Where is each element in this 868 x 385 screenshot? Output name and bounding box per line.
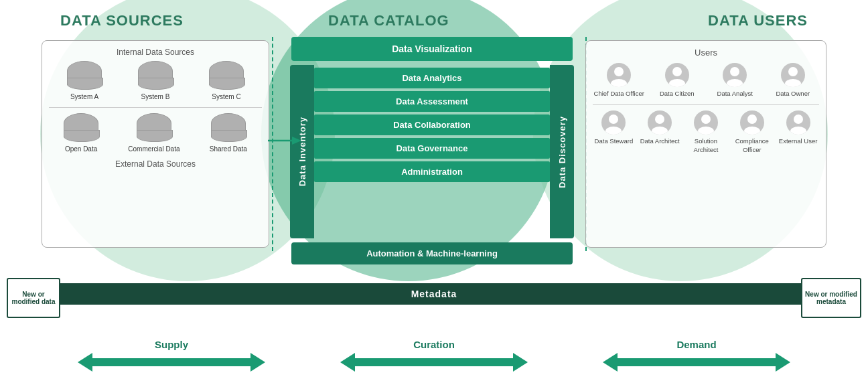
avatar-cdo <box>607 63 631 87</box>
demand-arrow-container: Demand <box>603 339 790 372</box>
catalog-item-analytics: Data Analytics <box>314 68 550 88</box>
avatar-ds <box>601 110 626 135</box>
system-a-label: System A <box>70 93 98 100</box>
catalog-box: Data Visualization Data Inventory Data D… <box>291 37 573 264</box>
system-b-label: System B <box>141 93 170 100</box>
commercial-data-label: Commercial Data <box>128 145 179 153</box>
shared-data: Shared Data <box>210 113 247 153</box>
user-data-analyst: Data Analyst <box>709 63 762 98</box>
users-divider <box>593 104 819 105</box>
discovery-text: Data Discovery <box>557 116 567 188</box>
system-c-label: System C <box>212 93 240 100</box>
demand-head-right <box>776 353 790 372</box>
curation-arrow-container: Curation <box>340 339 528 372</box>
supply-head-left <box>78 353 92 372</box>
user-name-da: Data Analyst <box>717 90 753 98</box>
user-name-cdo: Chief Data Officer <box>594 90 644 98</box>
cylinder-shared <box>211 113 246 137</box>
internal-systems-row: System A System B System C <box>49 61 262 100</box>
cylinder-b <box>138 61 173 85</box>
user-external-user: External User <box>777 110 819 154</box>
users-title: Users <box>593 48 819 58</box>
catalog-item-assessment: Data Assessment <box>314 91 550 112</box>
system-b: System B <box>138 61 173 100</box>
catalog-bottom-item: Automation & Machine-learning <box>291 242 573 264</box>
catalog-item-collaboration: Data Collaboration <box>314 114 550 135</box>
users-box: Users Chief Data Officer Data Citizen Da… <box>585 40 826 248</box>
inventory-text: Data Inventory <box>297 117 307 186</box>
user-data-citizen: Data Citizen <box>651 63 704 98</box>
cylinder-c <box>209 61 244 85</box>
supply-head-right <box>250 353 265 372</box>
cylinder-commercial <box>137 113 171 137</box>
open-data-label: Open Data <box>65 145 97 153</box>
arrows-row: Supply Curation Demand <box>0 339 868 372</box>
curation-head-left <box>340 353 355 372</box>
avatar-da <box>723 63 747 87</box>
commercial-data: Commercial Data <box>128 113 179 153</box>
cylinder-open <box>64 113 98 137</box>
side-label-discovery: Data Discovery <box>550 65 574 238</box>
curation-arrow <box>340 353 528 372</box>
users-grid-top: Chief Data Officer Data Citizen Data Ana… <box>593 63 819 98</box>
user-name-co: Compliance Officer <box>731 137 773 154</box>
cylinder-a <box>67 61 102 85</box>
curation-head-right <box>513 353 528 372</box>
supply-body <box>91 358 252 366</box>
supply-arrow <box>78 353 265 372</box>
open-data: Open Data <box>64 113 98 153</box>
main-container: DATA SOURCES DATA CATALOG DATA USERS Int… <box>0 0 868 385</box>
svg-marker-1 <box>292 137 301 145</box>
avatar-do <box>781 63 805 87</box>
demand-arrow <box>603 353 790 372</box>
demand-head-left <box>603 353 618 372</box>
curation-body <box>354 358 514 366</box>
user-name-ds: Data Steward <box>595 137 634 145</box>
user-name-dc: Data Citizen <box>660 90 695 98</box>
user-solution-architect: Solution Architect <box>685 110 727 154</box>
avatar-dat <box>648 110 672 135</box>
catalog-top-item: Data Visualization <box>291 37 573 61</box>
user-name-eu: External User <box>779 137 818 145</box>
curation-label: Curation <box>413 339 455 350</box>
title-data-catalog: DATA CATALOG <box>328 12 449 29</box>
supply-arrow-container: Supply <box>78 339 265 372</box>
external-systems-row: Open Data Commercial Data Shared Data <box>49 113 262 153</box>
user-data-owner: Data Owner <box>767 63 820 98</box>
user-name-dat: Data Architect <box>640 137 680 145</box>
catalog-items: Data Analytics Data Assessment Data Coll… <box>314 65 550 185</box>
metadata-section: Metadata <box>27 283 841 305</box>
side-label-inventory: Data Inventory <box>290 65 314 238</box>
avatar-eu <box>786 110 810 135</box>
catalog-item-administration: Administration <box>314 161 550 182</box>
metadata-bar: Metadata <box>27 283 841 305</box>
internal-label: Internal Data Sources <box>49 48 262 57</box>
user-name-sa: Solution Architect <box>685 137 727 154</box>
shared-data-label: Shared Data <box>210 145 247 153</box>
supply-label: Supply <box>155 339 188 350</box>
user-compliance-officer: Compliance Officer <box>731 110 773 154</box>
demand-body <box>616 358 777 366</box>
user-name-do: Data Owner <box>776 90 810 98</box>
sources-to-catalog-arrow <box>268 134 301 150</box>
demand-label: Demand <box>676 339 716 350</box>
users-grid-bottom: Data Steward Data Architect Solution Arc… <box>593 110 819 154</box>
user-chief-data-officer: Chief Data Officer <box>593 63 646 98</box>
system-c: System C <box>209 61 244 100</box>
external-label: External Data Sources <box>49 159 262 169</box>
catalog-item-governance: Data Governance <box>314 138 550 159</box>
title-data-sources: DATA SOURCES <box>60 12 184 29</box>
avatar-co <box>740 110 764 135</box>
divider <box>49 107 262 108</box>
new-data-box: New or modified data <box>7 278 60 318</box>
new-metadata-box: New or modified metadata <box>801 278 861 318</box>
system-a: System A <box>67 61 102 100</box>
user-data-steward: Data Steward <box>593 110 635 154</box>
avatar-dc <box>665 63 689 87</box>
sources-box: Internal Data Sources System A System B … <box>42 40 269 248</box>
avatar-sa <box>694 110 718 135</box>
title-data-users: DATA USERS <box>708 12 808 29</box>
user-data-architect: Data Architect <box>639 110 681 154</box>
